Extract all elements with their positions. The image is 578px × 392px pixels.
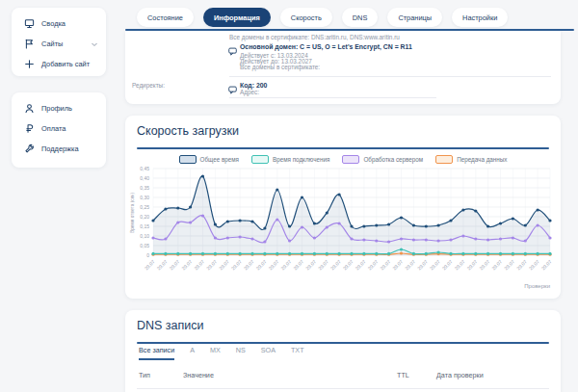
svg-text:29.07: 29.07 (193, 258, 205, 271)
chat-bubble-icon (228, 42, 237, 60)
svg-text:29.07: 29.07 (429, 258, 441, 271)
divider (229, 97, 436, 98)
svg-text:29.07: 29.07 (156, 258, 169, 271)
wrench-icon (24, 144, 35, 154)
svg-text:0,15: 0,15 (140, 223, 149, 229)
sidebar-item-label: Добавить сайт (41, 60, 90, 68)
chevron-down-icon[interactable] (91, 40, 98, 48)
svg-text:29.07: 29.07 (478, 258, 490, 271)
legend-item-3[interactable]: Передача данных (435, 155, 507, 164)
sidebar-item-summary[interactable]: Сводка (12, 13, 106, 34)
svg-text:29.07: 29.07 (366, 258, 379, 271)
page: СводкаСайтыДобавить сайтПрофильОплатаПод… (0, 0, 578, 392)
certificate-main-domain: Основной домен: C = US, O = Let's Encryp… (240, 43, 412, 50)
tab-pages[interactable]: Страницы (387, 8, 442, 27)
legend-swatch (251, 155, 269, 164)
legend-item-2[interactable]: Обработка сервером (342, 155, 423, 164)
svg-text:0,30: 0,30 (140, 195, 149, 200)
svg-text:0: 0 (146, 252, 149, 258)
chart-legend: Общее времяВремя подключенияОбработка се… (137, 155, 549, 164)
dns-tab-soa[interactable]: SOA (261, 346, 276, 358)
svg-text:29.07: 29.07 (243, 258, 255, 271)
redirect-address-label: Адрес: (240, 89, 259, 95)
svg-text:29.07: 29.07 (205, 258, 218, 271)
svg-text:29.07: 29.07 (279, 258, 292, 271)
tab-dns[interactable]: DNS (342, 8, 379, 27)
svg-text:0,35: 0,35 (140, 185, 149, 191)
dns-records-card: DNS записи Все записиAMXNSSOATXT ТипЗнач… (125, 310, 561, 392)
legend-swatch (435, 155, 453, 164)
svg-text:29.07: 29.07 (292, 258, 304, 271)
svg-text:Проверки: Проверки (524, 283, 550, 289)
svg-text:29.07: 29.07 (391, 258, 404, 271)
svg-text:29.07: 29.07 (379, 258, 391, 271)
load-speed-title: Скорость загрузки (137, 124, 239, 138)
dns-tab-ns[interactable]: NS (236, 346, 246, 358)
section-divider (137, 147, 549, 149)
legend-label: Общее время (200, 156, 239, 163)
svg-text:29.07: 29.07 (304, 258, 317, 271)
svg-text:0,10: 0,10 (140, 233, 149, 239)
svg-text:29.07: 29.07 (503, 258, 515, 271)
legend-label: Передача данных (457, 156, 507, 163)
sidebar-item-label: Сайты (41, 39, 63, 48)
svg-text:0,20: 0,20 (140, 214, 149, 220)
tab-info[interactable]: Информация (203, 8, 271, 27)
chat-bubble-icon (228, 81, 237, 98)
sidebar-item-support[interactable]: Поддержка (12, 139, 106, 159)
dns-tab-all[interactable]: Все записи (139, 346, 174, 360)
redirects-label: Редиректы: (132, 82, 165, 89)
flag-icon (24, 39, 35, 49)
sidebar-item-profile[interactable]: Профиль (12, 98, 106, 118)
load-speed-chart: 00,050,100,150,200,250,300,350,400,4529.… (128, 167, 558, 294)
sidebar-card-0: СводкаСайтыДобавить сайт (12, 8, 106, 76)
svg-text:29.07: 29.07 (355, 258, 367, 271)
section-divider (137, 342, 549, 344)
svg-text:29.07: 29.07 (218, 258, 230, 271)
sidebar-item-label: Профиль (41, 104, 72, 113)
svg-text:0,25: 0,25 (140, 204, 149, 210)
sidebar-item-sites[interactable]: Сайты (12, 34, 106, 54)
svg-text:29.07: 29.07 (267, 258, 279, 271)
svg-text:0,40: 0,40 (140, 175, 149, 181)
legend-label: Время подключения (273, 156, 329, 163)
top-tabs: СостояниеИнформацияСкоростьDNSСтраницыНа… (137, 8, 508, 27)
tab-state[interactable]: Состояние (137, 8, 194, 27)
sidebar-card-1: ПрофильОплатаПоддержка (12, 92, 106, 168)
svg-text:29.07: 29.07 (441, 258, 454, 271)
svg-text:29.07: 29.07 (416, 258, 429, 271)
dns-records-title: DNS записи (137, 319, 204, 332)
certificate-card: Все домены в сертификате: DNS:aritin.ru,… (125, 31, 561, 104)
divider (229, 76, 551, 77)
svg-text:Время ответа (сек): Время ответа (сек) (130, 193, 135, 233)
legend-swatch (179, 155, 197, 164)
dns-tab-a[interactable]: A (190, 346, 195, 358)
svg-text:0,45: 0,45 (140, 167, 149, 171)
certificate-all-domains-label: Все домены в сертификате: (240, 64, 320, 70)
legend-item-0[interactable]: Общее время (179, 155, 239, 164)
svg-text:29.07: 29.07 (404, 258, 416, 271)
svg-text:29.07: 29.07 (168, 258, 180, 271)
plus-icon (24, 59, 35, 69)
svg-text:29.07: 29.07 (528, 258, 540, 271)
dns-tab-txt[interactable]: TXT (291, 346, 304, 358)
dns-tab-mx[interactable]: MX (210, 346, 221, 358)
svg-text:29.07: 29.07 (329, 258, 342, 271)
dns-record-tabs: Все записиAMXNSSOATXT (139, 346, 304, 360)
sidebar-item-add-site[interactable]: Добавить сайт (12, 54, 106, 74)
svg-text:29.07: 29.07 (342, 258, 355, 271)
legend-swatch (342, 155, 359, 164)
svg-text:29.07: 29.07 (454, 258, 466, 271)
svg-text:29.07: 29.07 (465, 258, 478, 271)
sidebar-item-label: Поддержка (41, 144, 79, 153)
svg-text:29.07: 29.07 (515, 258, 528, 271)
legend-item-1[interactable]: Время подключения (251, 155, 329, 164)
svg-text:29.07: 29.07 (255, 258, 268, 271)
svg-text:29.07: 29.07 (180, 258, 193, 271)
tab-settings[interactable]: Настройки (452, 8, 508, 27)
sidebar-item-payment[interactable]: Оплата (12, 118, 106, 139)
dns-table-header-3: Дата проверки (436, 371, 484, 379)
tab-speed[interactable]: Скорость (280, 8, 332, 27)
dashboard-icon (24, 18, 35, 29)
dns-table-header-row: ТипЗначениеTTLДата проверки (139, 371, 484, 379)
